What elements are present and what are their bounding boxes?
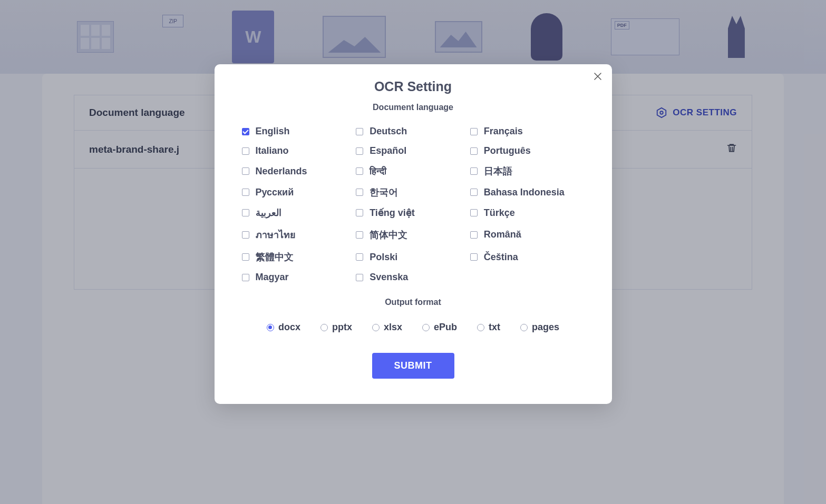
language-option[interactable]: Čeština [470, 251, 585, 263]
radio-icon [520, 324, 528, 331]
language-label: 繁體中文 [256, 251, 294, 263]
format-option[interactable]: pptx [320, 322, 352, 333]
modal-title: OCR Setting [230, 79, 596, 94]
language-label: Svenska [370, 272, 408, 283]
checkbox-icon [242, 253, 249, 261]
modal-subtitle-language: Document language [230, 103, 596, 112]
checkbox-icon [356, 253, 363, 261]
language-label: Deutsch [370, 126, 407, 137]
close-icon [594, 73, 601, 80]
checkbox-icon [356, 274, 363, 281]
radio-icon [422, 324, 430, 331]
checkbox-icon [242, 209, 249, 216]
checkbox-icon [356, 189, 363, 196]
language-option[interactable]: Bahasa Indonesia [470, 186, 585, 199]
language-option[interactable]: English [242, 126, 356, 137]
language-option[interactable]: Magyar [242, 272, 356, 283]
language-option[interactable]: العربية [242, 207, 356, 219]
close-modal-button[interactable] [594, 73, 601, 82]
checkbox-icon [470, 147, 478, 155]
language-label: 한국어 [370, 186, 398, 199]
checkbox-icon [242, 167, 249, 175]
radio-icon [320, 324, 328, 331]
format-row: docxpptxxlsxePubtxtpages [230, 322, 596, 333]
checkbox-icon [242, 147, 249, 155]
language-option[interactable]: 简体中文 [356, 227, 470, 242]
language-option[interactable]: Nederlands [242, 165, 356, 177]
language-label: العربية [256, 207, 281, 219]
language-label: Italiano [256, 145, 289, 156]
language-option[interactable]: Italiano [242, 145, 356, 156]
language-option[interactable]: हिन्दी [356, 165, 470, 177]
checkbox-icon [242, 274, 249, 281]
checkbox-icon [356, 231, 363, 239]
language-label: Français [484, 126, 523, 137]
language-grid: EnglishDeutschFrançaisItalianoEspañolPor… [230, 126, 596, 283]
checkbox-icon [242, 231, 249, 239]
format-label: docx [278, 322, 300, 333]
language-label: Čeština [484, 252, 518, 263]
language-label: 简体中文 [370, 229, 407, 241]
language-option[interactable]: Polski [356, 251, 470, 263]
language-label: Español [370, 145, 406, 156]
format-label: xlsx [384, 322, 402, 333]
format-label: ePub [434, 322, 457, 333]
radio-icon [267, 324, 274, 331]
checkbox-icon [470, 253, 478, 261]
language-option[interactable]: 한국어 [356, 186, 470, 199]
checkbox-icon [242, 189, 249, 196]
ocr-setting-modal: OCR Setting Document language EnglishDeu… [215, 64, 612, 404]
language-label: 日本語 [484, 165, 512, 177]
format-option[interactable]: docx [267, 322, 300, 333]
language-option[interactable]: Svenska [356, 272, 470, 283]
language-label: Bahasa Indonesia [484, 187, 565, 198]
checkbox-icon [356, 209, 363, 216]
language-label: Română [484, 229, 521, 240]
checkbox-icon [470, 189, 478, 196]
language-option[interactable]: ภาษาไทย [242, 227, 356, 242]
format-label: pages [532, 322, 559, 333]
language-label: Português [484, 145, 531, 156]
checkbox-icon [356, 167, 363, 175]
checkbox-icon [470, 231, 478, 239]
checkbox-icon [470, 128, 478, 135]
format-option[interactable]: pages [520, 322, 559, 333]
language-option[interactable]: Tiếng việt [356, 207, 470, 219]
language-label: Русский [256, 187, 294, 198]
format-option[interactable]: txt [477, 322, 500, 333]
language-label: Türkçe [484, 207, 515, 219]
language-option[interactable]: Français [470, 126, 585, 137]
language-option[interactable]: 日本語 [470, 165, 585, 177]
checkbox-icon [242, 128, 249, 135]
language-label: ภาษาไทย [256, 227, 296, 242]
checkbox-icon [470, 209, 478, 216]
checkbox-icon [356, 128, 363, 135]
checkbox-icon [470, 167, 478, 175]
language-label: Nederlands [256, 166, 307, 177]
format-label: pptx [332, 322, 352, 333]
radio-icon [372, 324, 380, 331]
language-label: Polski [370, 252, 397, 263]
modal-subtitle-format: Output format [230, 298, 596, 307]
language-option[interactable]: 繁體中文 [242, 251, 356, 263]
language-option[interactable]: Türkçe [470, 207, 585, 219]
language-option[interactable]: Español [356, 145, 470, 156]
radio-icon [477, 324, 484, 331]
language-option[interactable]: Deutsch [356, 126, 470, 137]
language-label: Tiếng việt [370, 207, 415, 219]
language-label: हिन्दी [370, 166, 386, 177]
language-option[interactable]: Português [470, 145, 585, 156]
language-option[interactable]: Română [470, 227, 585, 242]
checkbox-icon [356, 147, 363, 155]
format-label: txt [489, 322, 500, 333]
language-option[interactable]: Русский [242, 186, 356, 199]
format-option[interactable]: xlsx [372, 322, 402, 333]
language-label: Magyar [256, 272, 289, 283]
format-option[interactable]: ePub [422, 322, 457, 333]
language-label: English [256, 126, 290, 137]
submit-button[interactable]: SUBMIT [372, 353, 454, 379]
